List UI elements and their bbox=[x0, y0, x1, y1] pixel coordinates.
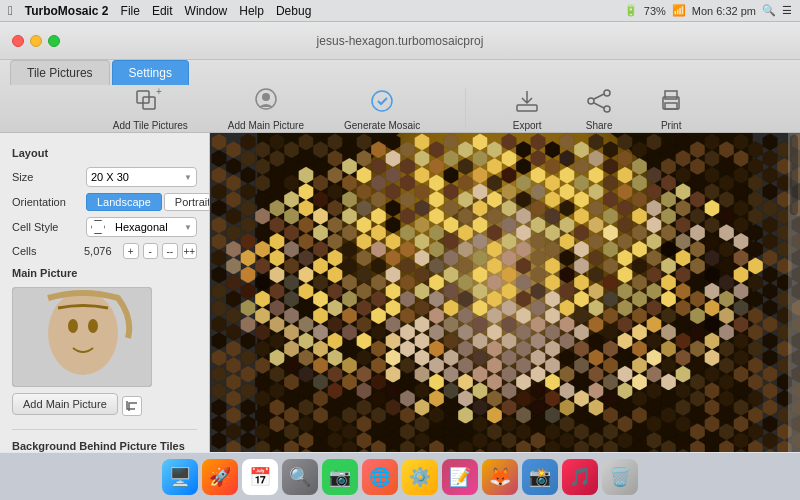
debug-menu[interactable]: Debug bbox=[276, 4, 311, 18]
export-label: Export bbox=[513, 120, 542, 131]
crop-tool-button[interactable] bbox=[122, 396, 142, 416]
main-picture-thumbnail bbox=[12, 287, 152, 387]
generate-mosaic-button[interactable]: Generate Mosaic bbox=[344, 85, 420, 131]
main-picture-section: Main Picture Add Main Pict bbox=[12, 267, 197, 419]
scrollbar-thumb[interactable] bbox=[790, 135, 798, 215]
size-chevron-icon: ▼ bbox=[184, 173, 192, 182]
traffic-lights bbox=[12, 35, 60, 47]
maximize-button[interactable] bbox=[48, 35, 60, 47]
dock-app3[interactable]: 📝 bbox=[442, 459, 478, 495]
svg-point-5 bbox=[372, 91, 392, 111]
tab-tile-pictures[interactable]: Tile Pictures bbox=[10, 60, 110, 85]
svg-line-10 bbox=[594, 94, 604, 99]
window-title: jesus-hexagon.turbomosaicproj bbox=[317, 34, 484, 48]
add-tile-pictures-label: Add Tile Pictures bbox=[113, 120, 188, 131]
size-dropdown[interactable]: 20 X 30 ▼ bbox=[86, 167, 197, 187]
cells-increment-button[interactable]: + bbox=[123, 243, 139, 259]
layout-section-title: Layout bbox=[12, 147, 197, 159]
svg-point-4 bbox=[262, 93, 270, 101]
add-tile-pictures-icon: + bbox=[134, 85, 166, 117]
edit-menu[interactable]: Edit bbox=[152, 4, 173, 18]
portrait-button[interactable]: Portrait bbox=[164, 193, 210, 211]
battery-percent: 73% bbox=[644, 5, 666, 17]
print-label: Print bbox=[661, 120, 682, 131]
app-name[interactable]: TurboMosaic 2 bbox=[25, 4, 109, 18]
hexagon-icon bbox=[91, 220, 105, 234]
size-row: Size 20 X 30 ▼ bbox=[12, 167, 197, 187]
share-icon bbox=[583, 85, 615, 117]
dock-app1[interactable]: 🌐 bbox=[362, 459, 398, 495]
add-main-picture-icon bbox=[250, 85, 282, 117]
sidebar: Layout Size 20 X 30 ▼ Orientation Landsc… bbox=[0, 133, 210, 452]
svg-text:+: + bbox=[156, 87, 162, 97]
cell-style-dropdown[interactable]: Hexagonal ▼ bbox=[86, 217, 197, 237]
bg-section-title: Background Behind Picture Tiles bbox=[12, 440, 197, 452]
dock-calendar[interactable]: 📅 bbox=[242, 459, 278, 495]
thumbnail-svg bbox=[13, 288, 152, 387]
main-window: jesus-hexagon.turbomosaicproj Tile Pictu… bbox=[0, 22, 800, 452]
control-icon[interactable]: ☰ bbox=[782, 4, 792, 17]
generate-mosaic-label: Generate Mosaic bbox=[344, 120, 420, 131]
toolbar-divider bbox=[465, 88, 466, 128]
add-main-picture-button[interactable]: Add Main Picture bbox=[228, 85, 304, 131]
share-button[interactable]: Share bbox=[583, 85, 615, 131]
export-button[interactable]: Export bbox=[511, 85, 543, 131]
cells-increment-large-button[interactable]: ++ bbox=[182, 243, 198, 259]
wifi-icon: 📶 bbox=[672, 4, 686, 17]
window-menu[interactable]: Window bbox=[185, 4, 228, 18]
dock-firefox[interactable]: 🦊 bbox=[482, 459, 518, 495]
titlebar: jesus-hexagon.turbomosaicproj bbox=[0, 22, 800, 60]
dock-spotlight[interactable]: 🔍 bbox=[282, 459, 318, 495]
dock-launchpad[interactable]: 🚀 bbox=[202, 459, 238, 495]
toolbar-wrapper: Tile Pictures Settings + Add Tile Pictur… bbox=[0, 60, 800, 133]
landscape-button[interactable]: Landscape bbox=[86, 193, 162, 211]
print-icon bbox=[655, 85, 687, 117]
dock: 🖥️ 🚀 📅 🔍 📷 🌐 ⚙️ 📝 🦊 📸 🎵 🗑️ bbox=[0, 452, 800, 500]
close-button[interactable] bbox=[12, 35, 24, 47]
vertical-scrollbar[interactable] bbox=[788, 133, 800, 452]
cell-style-chevron-icon: ▼ bbox=[184, 223, 192, 232]
content-area: Layout Size 20 X 30 ▼ Orientation Landsc… bbox=[0, 133, 800, 452]
tab-settings[interactable]: Settings bbox=[112, 60, 189, 85]
svg-rect-13 bbox=[665, 91, 677, 99]
size-value: 20 X 30 bbox=[91, 171, 129, 183]
svg-point-18 bbox=[88, 319, 98, 333]
svg-line-11 bbox=[594, 103, 604, 108]
dock-trash[interactable]: 🗑️ bbox=[602, 459, 638, 495]
svg-point-17 bbox=[68, 319, 78, 333]
cells-row: Cells 5,076 + - -- ++ bbox=[12, 243, 197, 259]
menubar:  TurboMosaic 2 File Edit Window Help De… bbox=[0, 0, 800, 22]
add-tile-pictures-button[interactable]: + Add Tile Pictures bbox=[113, 85, 188, 131]
size-label: Size bbox=[12, 171, 80, 183]
dock-app2[interactable]: ⚙️ bbox=[402, 459, 438, 495]
crop-icon bbox=[125, 399, 139, 413]
mosaic-canvas bbox=[210, 133, 800, 452]
battery-icon: 🔋 bbox=[624, 4, 638, 17]
main-picture-title: Main Picture bbox=[12, 267, 197, 279]
orientation-label: Orientation bbox=[12, 196, 80, 208]
cell-style-row: Cell Style Hexagonal ▼ bbox=[12, 217, 197, 237]
cells-decrement-button[interactable]: - bbox=[143, 243, 159, 259]
cells-label: Cells bbox=[12, 245, 80, 257]
cells-decrement-large-button[interactable]: -- bbox=[162, 243, 178, 259]
dock-app4[interactable]: 📸 bbox=[522, 459, 558, 495]
dock-finder[interactable]: 🖥️ bbox=[162, 459, 198, 495]
svg-point-16 bbox=[48, 291, 118, 375]
orientation-group: Landscape Portrait bbox=[86, 193, 210, 211]
help-menu[interactable]: Help bbox=[239, 4, 264, 18]
apple-menu[interactable]:  bbox=[8, 3, 13, 18]
print-button[interactable]: Print bbox=[655, 85, 687, 131]
minimize-button[interactable] bbox=[30, 35, 42, 47]
file-menu[interactable]: File bbox=[121, 4, 140, 18]
add-main-picture-button[interactable]: Add Main Picture bbox=[12, 393, 118, 415]
dock-photos[interactable]: 📷 bbox=[322, 459, 358, 495]
dock-music[interactable]: 🎵 bbox=[562, 459, 598, 495]
mosaic-canvas-element bbox=[210, 133, 800, 452]
search-icon[interactable]: 🔍 bbox=[762, 4, 776, 17]
toolbar-tabs: Tile Pictures Settings bbox=[10, 60, 189, 85]
cells-count: 5,076 bbox=[84, 245, 119, 257]
generate-mosaic-icon bbox=[366, 85, 398, 117]
svg-rect-14 bbox=[665, 103, 677, 109]
svg-rect-6 bbox=[517, 105, 537, 111]
svg-point-7 bbox=[604, 90, 610, 96]
